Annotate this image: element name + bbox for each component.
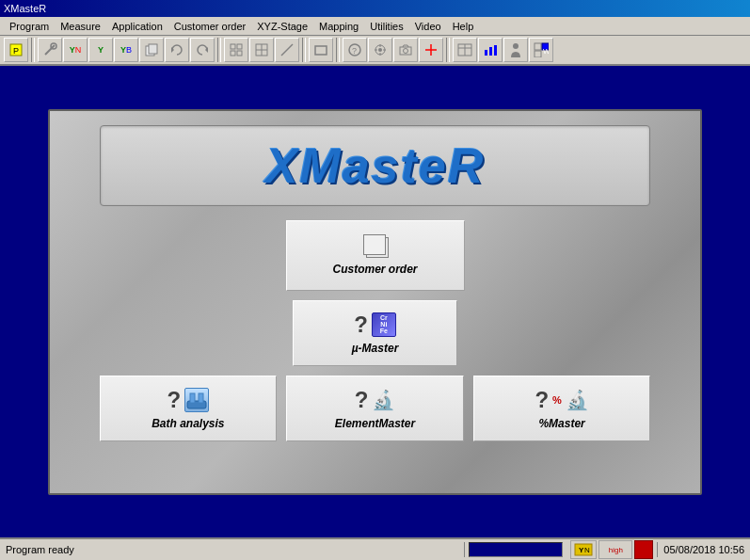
toolbar-btn-crosshair[interactable] xyxy=(419,38,443,62)
svg-rect-38 xyxy=(535,43,541,50)
microscope-icon: 🔬 xyxy=(372,389,395,411)
svg-rect-34 xyxy=(485,50,487,56)
silver-panel: XMasteR Customer order ? Cr Ni Fe xyxy=(48,109,702,495)
svg-text:W: W xyxy=(543,47,549,56)
btn-customer-order[interactable]: Customer order xyxy=(286,220,465,291)
toolbar-btn-program[interactable]: P xyxy=(4,38,28,62)
svg-line-2 xyxy=(45,45,55,55)
btn-mu-master[interactable]: ? Cr Ni Fe µ-Master xyxy=(293,300,457,366)
toolbar-sep-3 xyxy=(302,38,306,62)
svg-point-37 xyxy=(513,43,519,49)
toolbar-btn-target[interactable] xyxy=(368,38,392,62)
status-icon-high[interactable]: high xyxy=(598,540,632,559)
customer-order-icon-row xyxy=(361,234,390,259)
xmaster-scope-icon: 🔬 xyxy=(566,389,589,411)
svg-point-28 xyxy=(404,49,408,54)
toolbar-sep-5 xyxy=(446,38,450,62)
buttons-top: Customer order xyxy=(286,220,465,291)
x-master-label: %Master xyxy=(538,417,584,430)
status-high-label: high xyxy=(609,546,623,554)
menu-measure[interactable]: Measure xyxy=(55,19,106,34)
toolbar-sep-4 xyxy=(336,38,340,62)
menu-help[interactable]: Help xyxy=(447,19,480,34)
mu-master-question: ? xyxy=(354,312,368,338)
toolbar-btn-chart[interactable] xyxy=(478,38,503,62)
svg-text:P: P xyxy=(13,46,19,56)
toolbar-btn-rect[interactable] xyxy=(309,38,333,62)
element-icon-row: ? 🔬 xyxy=(355,387,396,413)
menu-mapping[interactable]: Mapping xyxy=(313,19,364,34)
bath-icon-row: ? xyxy=(168,387,210,413)
status-bar: Program ready YN high 05/08/2018 10:56 xyxy=(0,537,750,560)
svg-rect-11 xyxy=(237,51,242,56)
status-progress-bar xyxy=(469,542,563,557)
element-master-label: ElementMaster xyxy=(335,417,415,430)
toolbar-btn-yn2[interactable]: Y xyxy=(88,38,113,62)
percent-icon: % xyxy=(552,394,562,406)
logo-container: XMasteR xyxy=(100,125,651,206)
toolbar-btn-circle-q[interactable]: ? xyxy=(343,38,367,62)
svg-rect-44 xyxy=(199,393,203,403)
logo-text: XMasteR xyxy=(120,137,631,194)
status-datetime: 05/08/2018 10:56 xyxy=(657,542,750,557)
btn-x-master[interactable]: ? % 🔬 %Master xyxy=(473,376,651,441)
toolbar-btn-table[interactable] xyxy=(453,38,477,62)
status-red-indicator xyxy=(634,540,653,559)
customer-order-label: Customer order xyxy=(332,263,417,276)
svg-rect-9 xyxy=(237,44,242,49)
toolbar-btn-undo[interactable] xyxy=(190,38,215,62)
menu-xyz-stage[interactable]: XYZ-Stage xyxy=(251,19,313,34)
toolbar: P YN Y YB ? xyxy=(0,36,750,66)
mu-master-icon-row: ? Cr Ni Fe xyxy=(354,312,396,338)
xmaster-icon-row: ? % 🔬 xyxy=(535,387,588,413)
menu-application[interactable]: Application xyxy=(106,19,168,34)
main-area: XMasteR Customer order ? Cr Ni Fe xyxy=(0,66,750,537)
toolbar-btn-wrench[interactable] xyxy=(38,38,62,62)
status-text: Program ready xyxy=(0,542,465,557)
btn-bath-analysis[interactable]: ? Bath analysis xyxy=(100,376,278,441)
menu-video[interactable]: Video xyxy=(409,19,447,34)
svg-rect-35 xyxy=(489,47,492,56)
toolbar-btn-yn1[interactable]: YN xyxy=(63,38,88,62)
svg-rect-18 xyxy=(315,46,327,55)
element-icon: Cr Ni Fe xyxy=(372,312,396,337)
element-question: ? xyxy=(355,387,369,413)
bath-question: ? xyxy=(168,387,182,413)
svg-rect-36 xyxy=(494,45,497,56)
menu-customer-order[interactable]: Customer order xyxy=(168,19,251,34)
toolbar-btn-measure[interactable] xyxy=(275,38,299,62)
window-title: XMasteR xyxy=(4,3,46,14)
xmaster-question: ? xyxy=(535,387,549,413)
buttons-bottom: ? Bath analysis ? 🔬 ElementMaster ? xyxy=(100,376,651,441)
toolbar-btn-person[interactable] xyxy=(503,38,528,62)
svg-rect-10 xyxy=(231,51,235,56)
status-icons: YN high xyxy=(566,540,657,559)
btn-element-master[interactable]: ? 🔬 ElementMaster xyxy=(286,376,464,441)
svg-point-22 xyxy=(378,48,382,52)
toolbar-btn-yb[interactable]: YB xyxy=(114,38,138,62)
toolbar-btn-refresh[interactable] xyxy=(165,38,189,62)
menu-utilities[interactable]: Utilities xyxy=(364,19,408,34)
bath-analysis-label: Bath analysis xyxy=(152,417,224,430)
toolbar-btn-camera[interactable] xyxy=(393,38,418,62)
toolbar-btn-copy[interactable] xyxy=(139,38,164,62)
svg-rect-5 xyxy=(149,44,157,54)
toolbar-sep-2 xyxy=(217,38,221,62)
pages-icon xyxy=(361,234,390,259)
toolbar-btn-extra[interactable]: W xyxy=(529,38,553,62)
svg-text:N: N xyxy=(584,546,590,554)
mu-master-label: µ-Master xyxy=(352,342,399,355)
title-bar: XMasteR xyxy=(0,0,750,17)
menu-program[interactable]: Program xyxy=(4,19,55,34)
menu-bar: Program Measure Application Customer ord… xyxy=(0,17,750,36)
svg-rect-40 xyxy=(535,51,541,57)
svg-text:?: ? xyxy=(352,46,357,56)
svg-rect-8 xyxy=(231,44,235,49)
status-icon-yellow[interactable]: YN xyxy=(570,540,597,559)
toolbar-btn-grid2[interactable] xyxy=(249,38,274,62)
toolbar-btn-grid1[interactable] xyxy=(224,38,248,62)
svg-rect-43 xyxy=(190,393,195,403)
bath-icon xyxy=(184,388,209,412)
mu-master-row: ? Cr Ni Fe µ-Master xyxy=(293,300,457,366)
toolbar-sep-1 xyxy=(31,38,35,62)
